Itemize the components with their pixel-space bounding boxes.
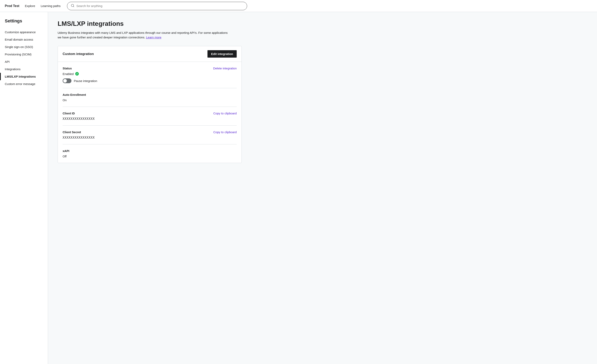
page-description-text: Udemy Business integrates with many LMS … <box>58 31 228 39</box>
layout: Settings Customize appearanceEmail domai… <box>0 12 597 364</box>
action-link-client-secret[interactable]: Copy to clipboard <box>213 130 237 134</box>
card-body: StatusEnabledPause integrationDelete int… <box>58 62 242 163</box>
brand[interactable]: Prod Test <box>5 4 19 8</box>
sidebar: Settings Customize appearanceEmail domai… <box>0 12 48 364</box>
action-link-client-id[interactable]: Copy to clipboard <box>213 112 237 115</box>
page-description: Udemy Business integrates with many LMS … <box>58 31 230 40</box>
sidebar-item-customize-appearance[interactable]: Customize appearance <box>5 28 48 36</box>
topnav: Prod Test Explore Learning paths <box>0 0 597 12</box>
search-bar <box>67 2 247 10</box>
section-value-client-secret: XXXXXXXXXXXXXXXX <box>63 136 237 139</box>
learn-more-link[interactable]: Learn more <box>146 36 161 39</box>
search-icon <box>71 4 74 8</box>
integration-card: Custom integration Edit integration Stat… <box>58 46 242 163</box>
section-value-auto-enrollment: On <box>63 98 237 102</box>
main-content: LMS/LXP integrations Udemy Business inte… <box>48 12 597 364</box>
sidebar-item-api[interactable]: API <box>5 58 48 65</box>
sidebar-item-sso[interactable]: Single sign-on (SSO) <box>5 43 48 51</box>
sidebar-item-lms-lxp[interactable]: LMS/LXP integrations <box>5 73 48 80</box>
sidebar-item-provisioning[interactable]: Provisioning (SCIM) <box>5 51 48 58</box>
pause-integration-label: Pause integration <box>74 79 97 83</box>
action-link-status[interactable]: Delete integration <box>213 67 237 70</box>
sidebar-item-integrations[interactable]: Integrations <box>5 65 48 73</box>
search-input[interactable] <box>76 4 243 8</box>
card-title: Custom integration <box>63 52 94 56</box>
section-label-client-id: Client ID <box>63 112 237 115</box>
sidebar-title: Settings <box>5 18 48 23</box>
section-value-client-id: XXXXXXXXXXXXXXXX <box>63 117 237 121</box>
status-enabled-row: Enabled <box>63 72 237 76</box>
section-label-auto-enrollment: Auto Enrollment <box>63 93 237 96</box>
card-section-status: StatusEnabledPause integrationDelete int… <box>63 62 237 88</box>
section-label-status: Status <box>63 67 237 70</box>
card-section-xapi: xAPIOff <box>63 144 237 163</box>
section-value-xapi: Off <box>63 155 237 158</box>
section-label-xapi: xAPI <box>63 149 237 153</box>
nav-learning-paths[interactable]: Learning paths <box>41 4 60 8</box>
page-title: LMS/LXP integrations <box>58 20 587 27</box>
card-section-client-id: Client IDXXXXXXXXXXXXXXXXCopy to clipboa… <box>63 107 237 126</box>
section-label-client-secret: Client Secret <box>63 130 237 134</box>
pause-integration-toggle-row: Pause integration <box>63 78 237 83</box>
card-header: Custom integration Edit integration <box>58 46 242 62</box>
status-value: Enabled <box>63 72 74 76</box>
svg-line-1 <box>73 6 74 7</box>
sidebar-item-email-domain-access[interactable]: Email domain access <box>5 36 48 43</box>
card-section-client-secret: Client SecretXXXXXXXXXXXXXXXXCopy to cli… <box>63 126 237 144</box>
pause-integration-toggle[interactable] <box>63 78 71 83</box>
edit-integration-button[interactable]: Edit integration <box>207 50 237 58</box>
nav-explore[interactable]: Explore <box>25 4 35 8</box>
card-section-auto-enrollment: Auto EnrollmentOn <box>63 88 237 107</box>
check-icon <box>75 72 79 76</box>
sidebar-item-custom-error[interactable]: Custom error message <box>5 80 48 88</box>
